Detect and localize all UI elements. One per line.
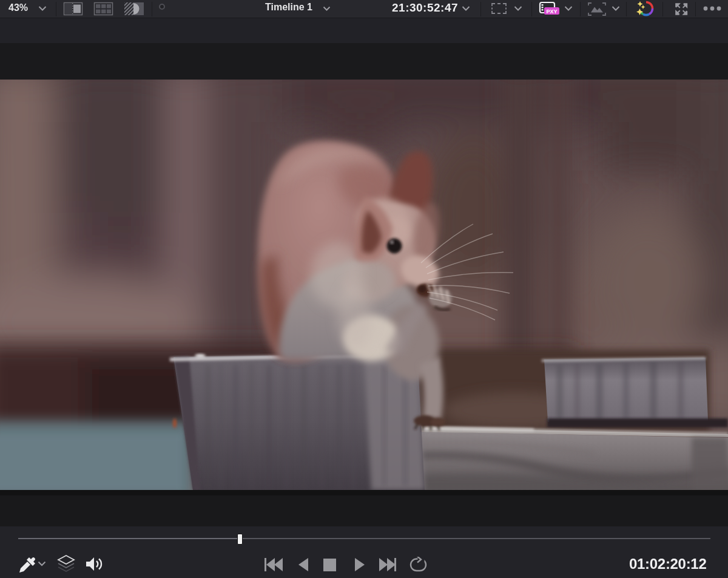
- svg-text:PXY: PXY: [546, 8, 557, 15]
